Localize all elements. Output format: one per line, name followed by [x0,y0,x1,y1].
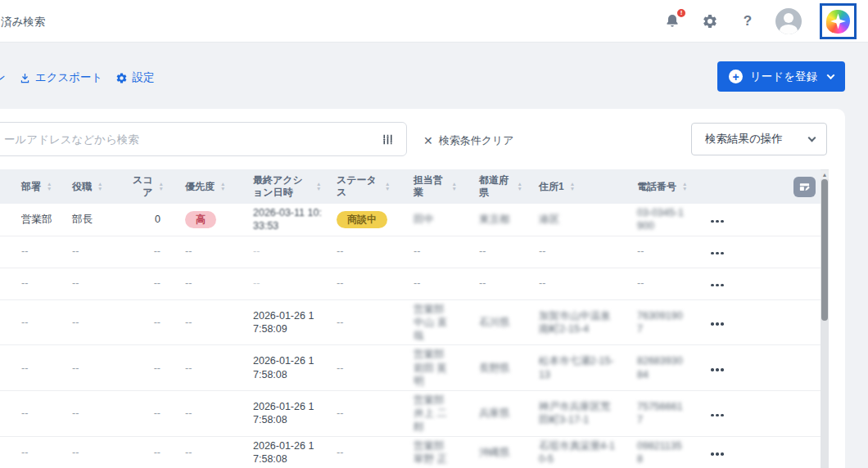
prefecture-cell: 長野県 [460,345,526,391]
cell-value: 営業部 井上 二郎 [414,394,447,433]
sort-arrows-icon[interactable]: ▲▼ [159,182,164,191]
search-input[interactable] [0,133,375,146]
sort-arrows-icon[interactable]: ▲▼ [518,182,522,191]
column-header-5[interactable]: 最終アクション日時▲▼ [235,169,325,204]
column-header-2[interactable]: 役職▲▼ [59,169,115,204]
table-row: 営業部部長0高2026-03-11 10:33:53商談中田中東京都港区03-0… [0,204,821,236]
user-avatar[interactable] [775,8,802,34]
status-cell: -- [325,391,399,437]
table-row: --------2026-01-26 17:58:08--営業部 井上 二郎兵庫… [0,391,821,437]
column-header-8[interactable]: 都道府県▲▼ [460,169,526,204]
list-toolbar: ン エクスポート 設定 [0,70,154,86]
last-action-cell: 2026-03-11 10:33:53 [235,204,325,236]
column-header-6[interactable]: ステータス▲▼ [325,169,399,204]
cell-value: -- [337,407,343,419]
last-action-cell: -- [235,268,325,299]
table-scrollbar[interactable]: ▲ [821,169,829,468]
export-button[interactable]: エクスポート [19,70,103,85]
cell-value: 松本市七瀬2-15-13 [539,355,614,380]
column-header-7[interactable]: 担当営業▲▼ [399,169,460,204]
row-menu-button[interactable] [709,365,726,375]
cell-value: -- [479,245,486,257]
column-header-10[interactable]: 電話番号▲▼ [624,169,698,204]
dept-cell: 営業部 [0,204,59,236]
spacer-cell [755,268,821,299]
scrollbar-up-arrow[interactable]: ▲ [821,170,829,179]
register-lead-button[interactable]: + リードを登録 [717,61,845,92]
address-cell: 石垣市真栄里4-10-5 [526,436,624,468]
extension-logo-button[interactable] [820,3,857,39]
plus-icon: + [729,70,743,83]
x-icon: ✕ [423,134,433,147]
row-menu-button[interactable] [709,411,726,421]
role-cell: -- [59,299,115,345]
prefecture-cell: -- [460,236,526,268]
cell-value: -- [185,407,192,419]
score-cell: -- [115,345,165,391]
column-settings-button[interactable] [793,177,816,197]
results-action-select[interactable]: 検索結果の操作 [691,123,827,155]
sort-arrows-icon[interactable]: ▲▼ [570,182,575,191]
scrollbar-thumb[interactable] [821,179,828,321]
table-edit-icon [798,181,811,193]
row-menu-button[interactable] [709,449,726,459]
dept-cell: -- [0,345,59,391]
gear-icon [115,72,128,84]
cell-value: -- [414,245,420,257]
cell-value: -- [637,245,644,257]
column-header-4[interactable]: 優先度▲▼ [165,169,235,204]
spacer-cell [755,299,821,345]
sales-rep-cell: -- [399,236,460,268]
results-action-label: 検索結果の操作 [705,132,783,146]
row-menu-cell [698,204,755,236]
gear-icon[interactable] [700,11,720,31]
sales-rep-cell: 営業部 中山 直哉 [399,299,460,345]
address-cell: 松本市七瀬2-15-13 [526,345,624,391]
column-header-3[interactable]: スコア▲▼ [115,169,165,204]
table-row: -------------------- [0,236,821,268]
cell-value: 営業部 前田 英明 [414,349,447,387]
phone-cell: -- [624,236,698,268]
rainbow-logo-icon [826,10,850,34]
sort-arrows-icon[interactable]: ▲▼ [452,182,457,191]
column-label: スコア [128,174,153,199]
cell-value: 2026-03-11 10:33:53 [253,207,322,232]
sort-arrows-icon[interactable]: ▲▼ [316,182,321,191]
row-menu-button[interactable] [709,249,726,259]
cell-value: -- [154,277,160,289]
row-menu-button[interactable] [709,217,726,227]
cell-value: -- [21,317,28,328]
sort-arrows-icon[interactable]: ▲▼ [220,182,225,191]
status-badge: 商談中 [337,211,387,228]
role-cell: -- [59,391,115,437]
row-menu-button[interactable] [709,319,726,329]
register-lead-label: リードを登録 [750,70,817,84]
row-menu-button[interactable] [709,281,726,290]
phone-cell: 757566617 [624,391,698,437]
clear-search-button[interactable]: ✕ 検索条件クリア [423,133,514,148]
notification-bell-icon[interactable]: ! [662,11,682,31]
column-label: 部署 [21,181,41,193]
column-header-9[interactable]: 住所1▲▼ [526,169,624,204]
status-cell: -- [325,436,399,468]
sort-arrows-icon[interactable]: ▲▼ [97,182,102,191]
priority-cell: 高 [165,204,235,236]
cell-value: -- [21,362,28,374]
filter-icon[interactable] [375,127,400,151]
sort-arrows-icon[interactable]: ▲▼ [47,182,52,191]
address-cell: 加賀市山中温泉南町2-15-4 [526,299,624,345]
cell-value: 2026-01-26 17:58:08 [253,355,314,380]
dept-cell: -- [0,391,59,437]
sales-rep-cell: 営業部 井上 二郎 [399,391,460,437]
sort-arrows-icon[interactable]: ▲▼ [682,182,687,191]
address-cell: -- [526,236,624,268]
settings-link[interactable]: 設定 [115,70,154,85]
prefecture-cell: 東京都 [460,204,526,236]
sort-arrows-icon[interactable]: ▲▼ [385,182,390,191]
status-cell: -- [325,268,399,299]
cell-value: -- [21,277,28,289]
prefecture-cell: 沖縄県 [460,436,526,468]
phone-cell: 8268393084 [624,345,698,391]
help-icon[interactable]: ? [738,11,757,31]
column-header-1[interactable]: 部署▲▼ [0,169,59,204]
